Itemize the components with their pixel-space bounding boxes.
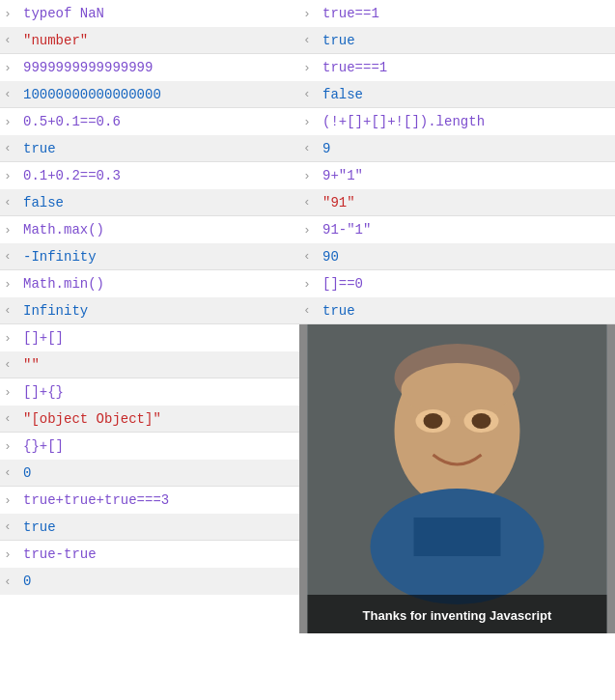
- row-trueeq1-output: ‹ true: [299, 27, 615, 54]
- row-bangplus-output: ‹ 9: [299, 135, 615, 162]
- arrow-right-r3: ›: [303, 115, 319, 129]
- right-column: › true==1 ‹ true › true===1 ‹ false › (!…: [299, 0, 615, 633]
- val-false-1: false: [23, 195, 64, 210]
- row-trueeq1-input: › true==1: [299, 0, 615, 27]
- code-objplusarray: {}+[]: [23, 438, 64, 454]
- arrow-right-7: ›: [4, 331, 19, 346]
- arrow-left-r5: ‹: [303, 249, 319, 264]
- arrow-right-1: ›: [4, 7, 19, 21]
- code-arrayplusarray: []+[]: [23, 330, 64, 346]
- row-bangplus-input: › (!+[]+[]+![]).length: [299, 108, 615, 135]
- row-9plus1-output: ‹ "91": [299, 189, 615, 216]
- row-91minus1-output: ‹ 90: [299, 243, 615, 270]
- val-true-1: true: [23, 141, 56, 156]
- code-mathmin: Math.min(): [23, 276, 104, 292]
- val-false-r2: false: [322, 87, 363, 102]
- row-trueeqeq1-input: › true===1: [299, 54, 615, 81]
- arrow-right-11: ›: [4, 547, 19, 562]
- row-9999-output: ‹ 10000000000000000: [0, 81, 299, 108]
- val-emptystr: "": [23, 357, 40, 373]
- code-9plus1: 9+"1": [322, 168, 363, 183]
- code-trueminus: true-true: [23, 546, 97, 562]
- code-0506: 0.5+0.1==0.6: [23, 114, 121, 129]
- svg-point-8: [424, 413, 443, 429]
- svg-point-9: [472, 413, 491, 429]
- row-mathmax-output: ‹ -Infinity: [0, 243, 299, 270]
- row-trueminus-input: › true-true: [0, 541, 299, 568]
- svg-text:Thanks for inventing Javascrip: Thanks for inventing Javascript: [363, 608, 552, 623]
- code-bangplus: (!+[]+[]+![]).length: [322, 114, 485, 129]
- val-objectobject: "[object Object]": [23, 411, 161, 427]
- val-9: 9: [322, 141, 330, 156]
- row-trueminus-output: ‹ 0: [0, 568, 299, 595]
- arrow-left-r6: ‹: [303, 303, 319, 318]
- arrow-right-2: ›: [4, 61, 19, 75]
- row-objplusarray-output: ‹ 0: [0, 460, 299, 487]
- arrow-left-11: ‹: [4, 574, 19, 589]
- val-true-r6: true: [322, 303, 355, 319]
- arrow-right-r2: ›: [303, 61, 319, 75]
- row-mathmax-input: › Math.max(): [0, 216, 299, 243]
- arrow-left-7: ‹: [4, 357, 19, 372]
- row-arrayplusarray-output: ‹ "": [0, 351, 299, 378]
- row-0506-output: ‹ true: [0, 135, 299, 162]
- row-typeof-nan-output: ‹ "number": [0, 27, 299, 54]
- val-zero-2: 0: [23, 574, 31, 589]
- arrow-left-r3: ‹: [303, 141, 319, 155]
- code-arrayeq0: []==0: [322, 276, 363, 292]
- arrow-right-3: ›: [4, 115, 19, 129]
- arrow-right-r1: ›: [303, 7, 319, 21]
- row-arrayeq0-output: ‹ true: [299, 297, 615, 324]
- code-truex3: true+true+true===3: [23, 492, 169, 508]
- arrow-left-10: ‹: [4, 519, 19, 534]
- arrow-left-r4: ‹: [303, 195, 319, 210]
- val-infinity: Infinity: [23, 303, 88, 319]
- row-objplusarray-input: › {}+[]: [0, 433, 299, 460]
- row-mathmin-output: ‹ Infinity: [0, 297, 299, 324]
- arrow-left-1: ‹: [4, 33, 19, 47]
- code-arrayplusobj: []+{}: [23, 384, 64, 400]
- code-9999: 9999999999999999: [23, 60, 153, 75]
- console-container: › typeof NaN ‹ "number" › 99999999999999…: [0, 0, 615, 633]
- val-91: "91": [322, 195, 355, 210]
- row-0102-input: › 0.1+0.2==0.3: [0, 162, 299, 189]
- row-0506-input: › 0.5+0.1==0.6: [0, 108, 299, 135]
- val-90: 90: [322, 249, 339, 265]
- arrow-left-8: ‹: [4, 411, 19, 426]
- arrow-right-r4: ›: [303, 169, 319, 183]
- arrow-left-r1: ‹: [303, 33, 319, 47]
- arrow-right-10: ›: [4, 493, 19, 508]
- row-mathmin-input: › Math.min(): [0, 270, 299, 297]
- arrow-left-9: ‹: [4, 465, 19, 480]
- arrow-right-8: ›: [4, 385, 19, 400]
- val-10000: 10000000000000000: [23, 87, 161, 102]
- arrow-right-r5: ›: [303, 223, 319, 238]
- val-zero-1: 0: [23, 465, 31, 481]
- val-number: "number": [23, 33, 88, 48]
- code-trueeq1: true==1: [322, 6, 379, 21]
- row-9999-input: › 9999999999999999: [0, 54, 299, 81]
- arrow-left-2: ‹: [4, 87, 19, 101]
- code-typeof-nan: typeof NaN: [23, 6, 104, 21]
- code-mathmax: Math.max(): [23, 222, 104, 238]
- val-true-r1: true: [322, 33, 355, 48]
- row-91minus1-input: › 91-"1": [299, 216, 615, 243]
- arrow-right-4: ›: [4, 169, 19, 183]
- arrow-left-5: ‹: [4, 249, 19, 264]
- arrow-right-5: ›: [4, 223, 19, 238]
- meme-svg: Thanks for inventing Javascript: [299, 324, 615, 633]
- row-0102-output: ‹ false: [0, 189, 299, 216]
- row-truex3-output: ‹ true: [0, 514, 299, 541]
- row-arrayeq0-input: › []==0: [299, 270, 615, 297]
- arrow-right-6: ›: [4, 277, 19, 292]
- row-truex3-input: › true+true+true===3: [0, 487, 299, 514]
- svg-point-5: [402, 363, 514, 417]
- arrow-left-6: ‹: [4, 303, 19, 318]
- svg-rect-12: [414, 518, 501, 556]
- arrow-right-9: ›: [4, 439, 19, 454]
- val-true-2: true: [23, 519, 56, 535]
- row-typeof-nan-input: › typeof NaN: [0, 0, 299, 27]
- meme-image: Thanks for inventing Javascript: [299, 324, 615, 633]
- row-arrayplusobj-input: › []+{}: [0, 378, 299, 406]
- arrow-right-r6: ›: [303, 277, 319, 292]
